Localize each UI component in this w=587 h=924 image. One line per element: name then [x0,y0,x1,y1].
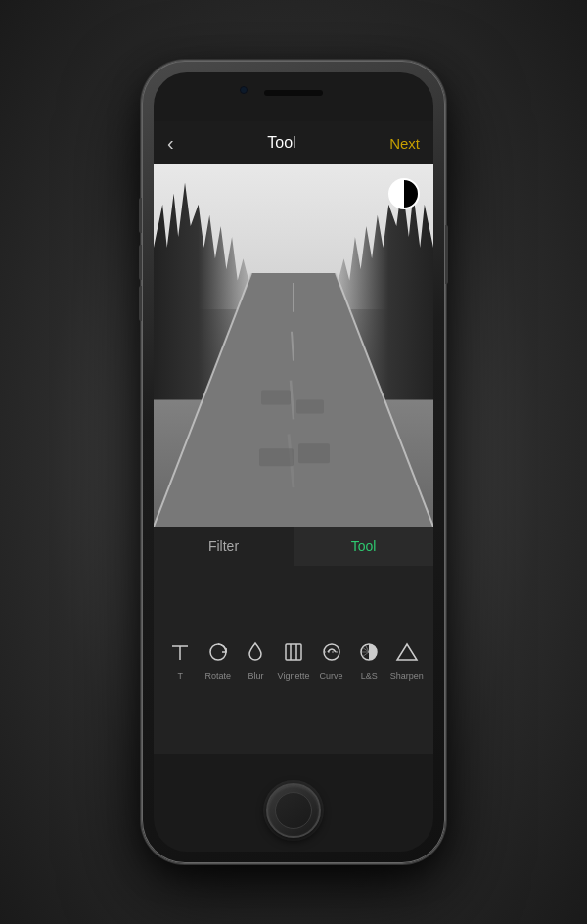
next-button[interactable]: Next [389,135,420,152]
tool-item-sharpen[interactable]: Sharpen [387,638,426,681]
svg-rect-8 [296,400,324,414]
tool-label-rotate: Rotate [205,671,232,681]
tool-item-t[interactable]: T [161,638,200,681]
tools-panel: T Rotate [154,566,433,754]
home-button-inner [275,792,312,829]
contrast-icon[interactable] [388,178,420,209]
tool-label-ls: L&S [361,671,378,681]
tab-tool-label: Tool [351,538,377,554]
rotate-icon [204,638,232,666]
blur-icon [242,638,269,666]
svg-rect-14 [286,644,301,660]
phone-outer: ‹ Tool Next [142,61,445,863]
svg-marker-24 [397,644,417,660]
speaker [264,90,323,96]
screen: ‹ Tool Next [154,121,433,754]
sharpen-icon [393,638,421,666]
road-svg [154,273,433,527]
svg-rect-9 [259,448,294,466]
tool-label-curve: Curve [320,671,343,681]
front-camera [240,86,248,94]
tool-item-ls[interactable]: L&S [350,638,388,681]
phone-inner: ‹ Tool Next [154,72,433,852]
tab-tool[interactable]: Tool [294,527,433,566]
tool-item-blur[interactable]: Blur [237,638,275,681]
tab-filter[interactable]: Filter [154,527,294,566]
tool-label-t: T [178,671,184,681]
tool-item-vignette[interactable]: Vignette [275,638,313,681]
tool-label-vignette: Vignette [278,671,310,681]
vignette-icon [280,638,307,666]
svg-rect-7 [261,391,291,405]
nav-title: Tool [267,134,295,152]
tool-item-curve[interactable]: Curve [312,638,350,681]
home-button[interactable] [266,783,321,838]
ls-icon [355,638,383,666]
tool-label-sharpen: Sharpen [390,671,424,681]
tool-label-blur: Blur [248,671,263,681]
road-scene [154,164,433,527]
photo-area [154,164,433,527]
tab-filter-label: Filter [208,538,239,554]
tab-bar: Filter Tool [154,527,433,566]
tool-item-rotate[interactable]: Rotate [200,638,238,681]
curve-icon [318,638,345,666]
svg-rect-10 [298,443,330,463]
nav-bar: ‹ Tool Next [154,121,433,164]
back-button[interactable]: ‹ [167,133,174,153]
t-icon [166,638,194,666]
